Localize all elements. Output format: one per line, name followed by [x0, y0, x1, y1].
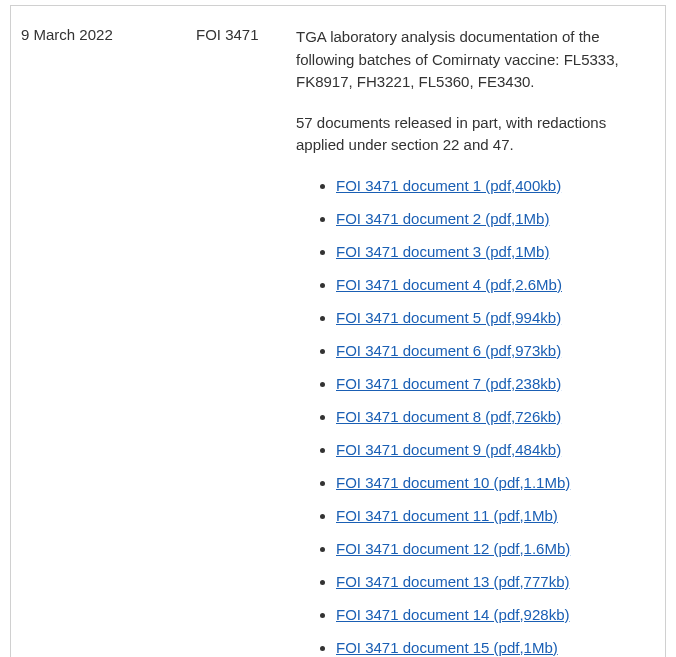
list-item: FOI 3471 document 11 (pdf,1Mb)	[336, 505, 645, 526]
document-link[interactable]: FOI 3471 document 8 (pdf,726kb)	[336, 408, 561, 425]
ref-cell: FOI 3471	[196, 26, 296, 657]
desc-paragraph-2: 57 documents released in part, with reda…	[296, 112, 645, 157]
document-link[interactable]: FOI 3471 document 5 (pdf,994kb)	[336, 309, 561, 326]
list-item: FOI 3471 document 14 (pdf,928kb)	[336, 604, 645, 625]
document-list: FOI 3471 document 1 (pdf,400kb)FOI 3471 …	[296, 175, 645, 658]
desc-paragraph-1: TGA laboratory analysis documentation of…	[296, 26, 645, 94]
date-text: 9 March 2022	[21, 26, 113, 43]
document-link[interactable]: FOI 3471 document 9 (pdf,484kb)	[336, 441, 561, 458]
document-link[interactable]: FOI 3471 document 2 (pdf,1Mb)	[336, 210, 549, 227]
date-cell: 9 March 2022	[21, 26, 196, 657]
list-item: FOI 3471 document 1 (pdf,400kb)	[336, 175, 645, 196]
document-link[interactable]: FOI 3471 document 4 (pdf,2.6Mb)	[336, 276, 562, 293]
document-link[interactable]: FOI 3471 document 15 (pdf,1Mb)	[336, 639, 558, 656]
list-item: FOI 3471 document 3 (pdf,1Mb)	[336, 241, 645, 262]
list-item: FOI 3471 document 4 (pdf,2.6Mb)	[336, 274, 645, 295]
list-item: FOI 3471 document 9 (pdf,484kb)	[336, 439, 645, 460]
list-item: FOI 3471 document 6 (pdf,973kb)	[336, 340, 645, 361]
list-item: FOI 3471 document 8 (pdf,726kb)	[336, 406, 645, 427]
document-link[interactable]: FOI 3471 document 6 (pdf,973kb)	[336, 342, 561, 359]
document-link[interactable]: FOI 3471 document 10 (pdf,1.1Mb)	[336, 474, 570, 491]
document-link[interactable]: FOI 3471 document 11 (pdf,1Mb)	[336, 507, 558, 524]
description-text: TGA laboratory analysis documentation of…	[296, 26, 645, 157]
foi-table: 9 March 2022 FOI 3471 TGA laboratory ana…	[10, 5, 666, 657]
list-item: FOI 3471 document 12 (pdf,1.6Mb)	[336, 538, 645, 559]
document-link[interactable]: FOI 3471 document 14 (pdf,928kb)	[336, 606, 569, 623]
document-link[interactable]: FOI 3471 document 3 (pdf,1Mb)	[336, 243, 549, 260]
description-cell: TGA laboratory analysis documentation of…	[296, 26, 655, 657]
list-item: FOI 3471 document 15 (pdf,1Mb)	[336, 637, 645, 658]
list-item: FOI 3471 document 5 (pdf,994kb)	[336, 307, 645, 328]
ref-text: FOI 3471	[196, 26, 259, 43]
list-item: FOI 3471 document 7 (pdf,238kb)	[336, 373, 645, 394]
document-link[interactable]: FOI 3471 document 1 (pdf,400kb)	[336, 177, 561, 194]
list-item: FOI 3471 document 2 (pdf,1Mb)	[336, 208, 645, 229]
list-item: FOI 3471 document 13 (pdf,777kb)	[336, 571, 645, 592]
list-item: FOI 3471 document 10 (pdf,1.1Mb)	[336, 472, 645, 493]
document-link[interactable]: FOI 3471 document 13 (pdf,777kb)	[336, 573, 569, 590]
table-row: 9 March 2022 FOI 3471 TGA laboratory ana…	[11, 6, 665, 657]
document-link[interactable]: FOI 3471 document 12 (pdf,1.6Mb)	[336, 540, 570, 557]
document-link[interactable]: FOI 3471 document 7 (pdf,238kb)	[336, 375, 561, 392]
